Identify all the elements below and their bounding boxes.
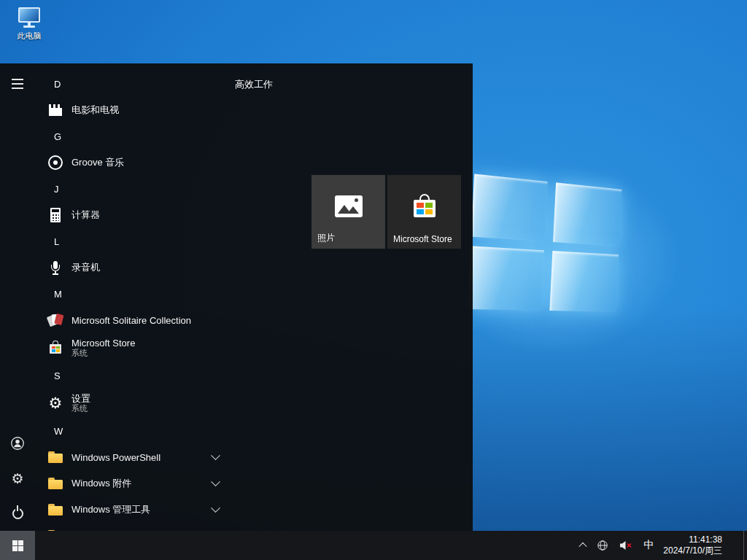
app-group-windows-ease-of-access[interactable]: Windows 轻松使用 — [35, 523, 235, 531]
app-group-windows-accessories[interactable]: Windows 附件 — [35, 470, 235, 497]
app-item-label: 录音机 — [71, 261, 100, 274]
network-button[interactable] — [592, 531, 613, 560]
section-letter-label: W — [54, 426, 63, 437]
settings-button[interactable]: ⚙ — [0, 461, 35, 496]
desktop-icon-this-pc[interactable]: 此电脑 — [9, 7, 50, 42]
tile-label: Microsoft Store — [393, 234, 452, 244]
section-letter-m[interactable]: M — [35, 281, 235, 307]
section-letter-j[interactable]: J — [35, 176, 235, 202]
app-list: D 电影和电视 G Groove 音乐 J 计算器 L — [35, 71, 235, 531]
logo-pane — [553, 182, 622, 246]
clock-time: 11:41:38 — [689, 534, 722, 545]
section-letter-w[interactable]: W — [35, 418, 235, 444]
desktop-icon-label: 此电脑 — [9, 31, 50, 42]
start-menu: ⚙ D 电影和电视 G Groove 音乐 — [0, 63, 473, 531]
section-letter-label: D — [54, 79, 61, 90]
app-item-label: Windows 附件 — [71, 477, 131, 490]
app-item-movies-tv[interactable]: 电影和电视 — [35, 97, 235, 123]
folder-icon — [47, 501, 64, 518]
section-letter-s[interactable]: S — [35, 362, 235, 389]
ime-label: 中 — [643, 539, 654, 552]
chevron-down-icon[interactable] — [211, 477, 220, 486]
chevron-down-icon[interactable] — [211, 503, 220, 513]
clock-date: 2024/7/10/周三 — [663, 545, 722, 556]
logo-pane — [468, 246, 544, 310]
app-item-label: Windows 管理工具 — [71, 503, 150, 516]
groove-music-icon — [47, 154, 64, 171]
app-item-microsoft-store[interactable]: Microsoft Store 系统 — [35, 333, 235, 362]
section-letter-label: M — [54, 289, 62, 300]
system-tray: 中 11:41:38 2024/7/10/周三 — [576, 531, 725, 560]
section-letter-label: G — [54, 131, 61, 142]
taskbar-clock[interactable]: 11:41:38 2024/7/10/周三 — [660, 531, 725, 560]
volume-button[interactable] — [615, 531, 637, 560]
chevron-up-icon — [579, 542, 587, 551]
tile-area: 高效工作 照片 Microsoft Store — [235, 78, 468, 91]
network-globe-icon — [597, 540, 608, 551]
volume-muted-icon — [619, 540, 632, 551]
app-item-solitaire[interactable]: Microsoft Solitaire Collection — [35, 307, 235, 333]
movies-tv-icon — [47, 101, 64, 119]
tile-group-title[interactable]: 高效工作 — [235, 78, 273, 91]
power-button[interactable] — [0, 496, 35, 531]
solitaire-cards-icon — [47, 311, 64, 329]
logo-pane — [471, 174, 548, 241]
tray-overflow-button[interactable] — [576, 531, 590, 560]
user-icon — [9, 435, 26, 451]
app-item-label: Groove 音乐 — [71, 156, 124, 169]
app-item-calculator[interactable]: 计算器 — [35, 202, 235, 228]
menu-expand-button[interactable] — [0, 66, 35, 101]
section-letter-g[interactable]: G — [35, 123, 235, 149]
folder-icon — [47, 448, 64, 466]
photos-icon — [335, 195, 363, 217]
app-item-groove-music[interactable]: Groove 音乐 — [35, 149, 235, 176]
app-item-label: 设置 — [71, 393, 90, 404]
tile-label: 照片 — [317, 232, 335, 244]
ime-indicator[interactable]: 中 — [639, 531, 658, 560]
microphone-icon — [47, 259, 64, 276]
tile-photos[interactable]: 照片 — [311, 175, 385, 249]
user-account-button[interactable] — [0, 426, 35, 461]
windows-logo-icon — [12, 540, 23, 551]
hamburger-icon — [12, 79, 23, 89]
store-bag-icon — [47, 339, 64, 357]
calculator-icon — [47, 206, 64, 224]
section-letter-label: L — [54, 236, 59, 247]
wallpaper-windows-logo — [466, 174, 630, 332]
app-item-sublabel: 系统 — [71, 404, 90, 413]
power-icon — [12, 508, 23, 519]
tile-microsoft-store[interactable]: Microsoft Store — [387, 175, 461, 249]
desktop: 此电脑 ⚙ — [0, 0, 747, 560]
app-group-windows-powershell[interactable]: Windows PowerShell — [35, 444, 235, 470]
app-item-label: Microsoft Solitaire Collection — [71, 315, 191, 326]
settings-gear-icon: ⚙ — [47, 394, 64, 412]
app-item-sublabel: 系统 — [71, 349, 135, 358]
taskbar: 中 11:41:38 2024/7/10/周三 — [0, 531, 747, 560]
app-item-voice-recorder[interactable]: 录音机 — [35, 254, 235, 281]
section-letter-l[interactable]: L — [35, 228, 235, 254]
section-letter-label: J — [54, 184, 59, 195]
app-item-label: 计算器 — [71, 209, 100, 222]
section-letter-label: S — [54, 370, 61, 381]
store-bag-icon — [411, 194, 438, 219]
folder-icon — [47, 475, 64, 492]
start-button[interactable] — [0, 531, 35, 560]
app-item-label: 电影和电视 — [71, 104, 119, 117]
app-item-label: Microsoft Store — [71, 338, 135, 349]
this-pc-icon — [18, 7, 41, 28]
tile-row: 照片 Microsoft Store — [311, 175, 461, 249]
start-menu-rail: ⚙ — [0, 63, 35, 531]
chevron-down-icon[interactable] — [211, 451, 220, 460]
app-group-windows-admin-tools[interactable]: Windows 管理工具 — [35, 497, 235, 523]
app-item-settings[interactable]: ⚙ 设置 系统 — [35, 389, 235, 418]
app-item-label: Windows PowerShell — [71, 452, 160, 463]
gear-icon: ⚙ — [11, 472, 23, 486]
show-desktop-button[interactable] — [743, 531, 747, 560]
logo-pane — [549, 251, 619, 312]
section-letter-d[interactable]: D — [35, 71, 235, 97]
